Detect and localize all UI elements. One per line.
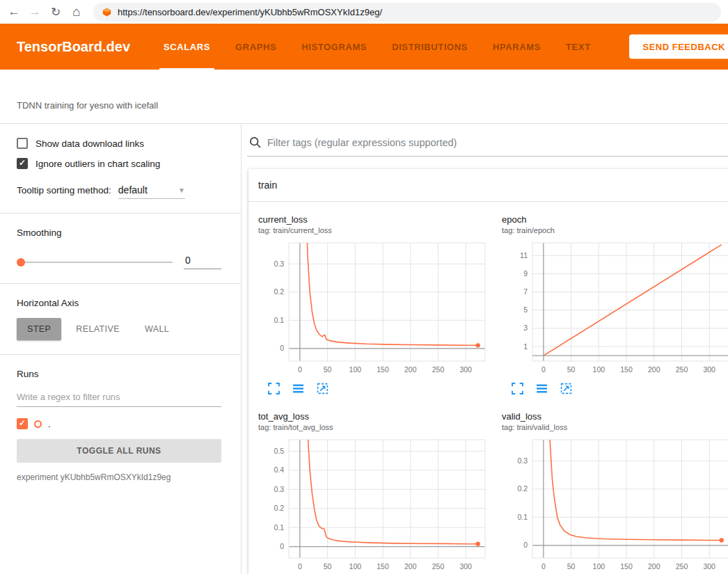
run-color-swatch — [34, 420, 42, 428]
tab-distributions[interactable]: DISTRIBUTIONS — [392, 24, 468, 70]
tooltip-sorting-label: Tooltip sorting method: — [17, 185, 111, 196]
svg-text:250: 250 — [432, 365, 445, 374]
svg-text:0.2: 0.2 — [517, 484, 528, 493]
svg-text:150: 150 — [620, 562, 633, 571]
svg-text:250: 250 — [432, 562, 445, 571]
svg-text:50: 50 — [567, 562, 576, 571]
svg-text:0.3: 0.3 — [274, 260, 284, 268]
line-chart-tot-avg-loss[interactable]: 00.10.20.30.40.5050100150200250300 — [255, 436, 491, 574]
svg-text:0: 0 — [541, 365, 546, 374]
line-chart-valid-loss[interactable]: 00.10.20.3050100150200250300 — [499, 436, 728, 574]
tab-hparams[interactable]: HPARAMS — [493, 24, 541, 70]
svg-text:0.5: 0.5 — [274, 447, 284, 455]
send-feedback-button[interactable]: SEND FEEDBACK — [629, 35, 728, 59]
divider — [0, 283, 241, 284]
svg-text:7: 7 — [523, 287, 528, 296]
show-download-links-checkbox[interactable] — [17, 138, 28, 149]
toggle-all-runs-button[interactable]: TOGGLE ALL RUNS — [17, 439, 221, 463]
svg-text:50: 50 — [324, 365, 332, 374]
svg-text:0.3: 0.3 — [274, 485, 284, 493]
expand-chart-icon[interactable] — [268, 383, 280, 394]
fit-domain-icon[interactable] — [317, 383, 329, 394]
tensorboard-favicon — [102, 7, 112, 17]
search-icon — [249, 136, 261, 148]
ignore-outliers-row: Ignore outliers in chart scaling — [17, 158, 221, 169]
chart-tag: tag: train/epoch — [502, 226, 728, 234]
ignore-outliers-checkbox[interactable] — [17, 158, 28, 169]
chart-tag: tag: train/valid_loss — [502, 423, 728, 431]
svg-text:300: 300 — [459, 365, 472, 374]
svg-text:0.3: 0.3 — [517, 456, 528, 465]
chart-tag: tag: train/tot_avg_loss — [258, 423, 491, 431]
back-icon[interactable]: ← — [7, 5, 21, 19]
svg-text:50: 50 — [567, 365, 576, 374]
expand-chart-icon[interactable] — [512, 383, 523, 394]
url-text: https://tensorboard.dev/experiment/yKUbh… — [118, 7, 382, 17]
runs-label: Runs — [17, 369, 221, 379]
svg-text:300: 300 — [703, 562, 715, 571]
chart-toolbar — [512, 383, 728, 394]
smoothing-slider-thumb[interactable] — [17, 258, 25, 266]
chart-tag: tag: train/current_loss — [258, 226, 491, 234]
data-table-icon[interactable] — [536, 383, 548, 394]
svg-text:0.1: 0.1 — [517, 513, 528, 521]
svg-text:0.4: 0.4 — [274, 465, 284, 474]
svg-text:5: 5 — [523, 305, 528, 314]
svg-text:300: 300 — [703, 365, 715, 374]
axis-relative-button[interactable]: RELATIVE — [65, 318, 130, 340]
tab-histograms[interactable]: HISTOGRAMS — [301, 24, 367, 70]
runs-filter-input[interactable] — [17, 386, 221, 407]
show-download-links-label: Show data download links — [35, 138, 144, 149]
train-section-header[interactable]: train — [248, 169, 728, 202]
chart-card-tot-avg-loss: tot_avg_loss tag: train/tot_avg_loss 00.… — [255, 404, 491, 574]
svg-text:0.1: 0.1 — [274, 316, 284, 324]
line-chart-current-loss[interactable]: 00.10.20.3050100150200250300 — [255, 239, 491, 378]
line-chart-epoch[interactable]: 1357911050100150200250300 — [499, 239, 728, 378]
tooltip-sorting-dropdown[interactable]: default ▼ — [118, 184, 185, 199]
svg-text:0: 0 — [298, 562, 302, 571]
chart-card-epoch: epoch tag: train/epoch 13579110501001502… — [499, 207, 728, 404]
divider — [0, 354, 241, 355]
tab-graphs[interactable]: GRAPHS — [235, 24, 276, 70]
home-icon[interactable]: ⌂ — [70, 4, 84, 19]
data-table-icon[interactable] — [292, 383, 304, 394]
reload-icon[interactable]: ↻ — [49, 5, 63, 19]
horizontal-axis-label: Horizontal Axis — [17, 298, 221, 308]
svg-text:250: 250 — [676, 365, 688, 374]
svg-text:0: 0 — [523, 541, 528, 549]
svg-text:100: 100 — [593, 562, 606, 571]
svg-text:0: 0 — [280, 542, 284, 550]
address-bar[interactable]: https://tensorboard.dev/experiment/yKUbh… — [93, 3, 721, 22]
svg-text:150: 150 — [620, 365, 633, 374]
svg-text:0: 0 — [541, 562, 546, 571]
horizontal-axis-buttons: STEP RELATIVE WALL — [17, 318, 221, 340]
train-section-card: train current_loss tag: train/current_lo… — [248, 169, 728, 574]
tag-filter-row — [247, 132, 728, 157]
tab-text[interactable]: TEXT — [566, 24, 591, 70]
tag-filter-input[interactable] — [267, 137, 728, 148]
browser-toolbar: ← → ↻ ⌂ https://tensorboard.dev/experime… — [0, 0, 728, 24]
run-checkbox[interactable] — [17, 418, 28, 429]
svg-text:0: 0 — [280, 344, 284, 352]
svg-text:9: 9 — [523, 269, 528, 278]
chart-title: current_loss — [258, 214, 491, 225]
smoothing-value-input[interactable] — [184, 255, 221, 269]
chart-card-valid-loss: valid_loss tag: train/valid_loss 00.10.2… — [499, 404, 728, 574]
svg-text:250: 250 — [676, 562, 688, 571]
svg-text:3: 3 — [523, 324, 528, 332]
svg-text:0.2: 0.2 — [274, 287, 284, 296]
svg-text:0: 0 — [298, 365, 302, 374]
fit-domain-icon[interactable] — [560, 383, 572, 394]
svg-text:150: 150 — [377, 562, 389, 571]
svg-text:150: 150 — [377, 365, 389, 374]
chart-toolbar — [268, 383, 491, 394]
smoothing-slider[interactable] — [17, 262, 173, 263]
forward-icon[interactable]: → — [28, 5, 42, 19]
axis-wall-button[interactable]: WALL — [134, 318, 180, 340]
svg-text:0.2: 0.2 — [274, 504, 284, 512]
chart-title: epoch — [502, 214, 728, 225]
smoothing-slider-row — [17, 255, 221, 269]
brand-logo[interactable]: TensorBoard.dev — [17, 39, 130, 55]
tab-scalars[interactable]: SCALARS — [164, 24, 210, 70]
axis-step-button[interactable]: STEP — [17, 318, 61, 340]
